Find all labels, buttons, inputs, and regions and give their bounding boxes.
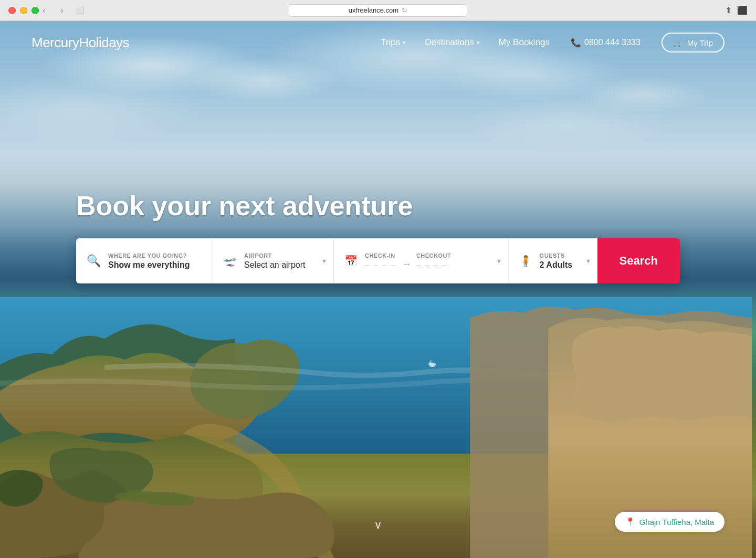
location-pin-icon: 📍	[625, 517, 635, 527]
destination-field[interactable]: 🔍 WHERE ARE YOU GOING? Show me everythin…	[76, 238, 213, 283]
hero-background	[0, 21, 756, 558]
trips-chevron: ▾	[403, 39, 406, 46]
search-button[interactable]: Search	[597, 238, 680, 283]
dates-field[interactable]: 📅 CHECK-IN – – – – → CHECKOUT – – – – ▾	[333, 238, 508, 283]
phone-icon: 📞	[571, 38, 581, 48]
close-button[interactable]	[8, 7, 16, 14]
checkout-label: CHECKOUT	[416, 252, 451, 259]
nav-bookings[interactable]: My Bookings	[499, 37, 550, 48]
my-trip-button[interactable]: 🛒 My Trip	[662, 33, 724, 52]
share-icon[interactable]: ⬆	[725, 5, 732, 15]
airport-field[interactable]: 🛫 AIRPORT Select an airport ▾	[213, 238, 333, 283]
destination-label: WHERE ARE YOU GOING?	[108, 252, 190, 259]
search-button-label: Search	[620, 254, 658, 267]
dates-chevron: ▾	[497, 257, 501, 265]
phone-number: 0800 444 3333	[584, 38, 640, 47]
nav-buttons: ‹ › ⬜	[37, 3, 87, 18]
forward-button[interactable]: ›	[55, 3, 69, 18]
nav-destinations[interactable]: Destinations ▾	[425, 37, 480, 48]
guests-value: 2 Adults	[540, 260, 573, 270]
hero-section: MercuryHolidays Trips ▾ Destinations ▾ M…	[0, 21, 756, 558]
navbar: MercuryHolidays Trips ▾ Destinations ▾ M…	[0, 21, 756, 64]
dates-arrow: →	[402, 259, 411, 270]
hero-content: Book your next adventure 🔍 WHERE ARE YOU…	[0, 190, 756, 283]
minimize-button[interactable]	[20, 7, 27, 14]
nav-trips[interactable]: Trips ▾	[381, 37, 406, 48]
logo[interactable]: MercuryHolidays	[32, 35, 129, 51]
checkin-value: – – – –	[365, 260, 396, 269]
calendar-icon: 📅	[344, 255, 358, 267]
nav-phone: 📞 0800 444 3333	[571, 38, 640, 48]
search-bar: 🔍 WHERE ARE YOU GOING? Show me everythin…	[76, 238, 680, 283]
cart-icon: 🛒	[673, 38, 683, 47]
os-chrome: ‹ › ⬜ uxfreelance.com ↻ ⬆ ⬛	[0, 0, 756, 21]
airport-chevron: ▾	[322, 257, 326, 265]
tab-button[interactable]: ⬜	[72, 3, 87, 18]
search-icon: 🔍	[87, 254, 101, 268]
hero-title: Book your next adventure	[76, 190, 680, 222]
nav-links: Trips ▾ Destinations ▾ My Bookings	[381, 37, 550, 48]
destination-value: Show me everything	[108, 260, 190, 270]
checkout-value: – – – –	[416, 260, 451, 269]
sidebar-icon[interactable]: ⬛	[737, 5, 748, 15]
url-bar[interactable]: uxfreelance.com ↻	[289, 4, 467, 17]
location-text: Ghajn Tuffieha, Malta	[639, 518, 714, 527]
scroll-indicator[interactable]: ∨	[374, 518, 382, 532]
my-trip-label: My Trip	[687, 38, 713, 47]
location-badge: 📍 Ghajn Tuffieha, Malta	[615, 512, 724, 532]
traffic-lights	[8, 7, 39, 14]
checkin-label: CHECK-IN	[365, 252, 396, 259]
airport-label: AIRPORT	[244, 252, 306, 259]
guests-chevron: ▾	[586, 257, 590, 265]
airport-placeholder: Select an airport	[244, 260, 306, 270]
back-button[interactable]: ‹	[37, 3, 51, 18]
url-text: uxfreelance.com	[349, 6, 398, 14]
guests-label: GUESTS	[540, 252, 573, 259]
guests-icon: 🧍	[519, 255, 532, 267]
guests-field[interactable]: 🧍 GUESTS 2 Adults ▾	[508, 238, 597, 283]
reload-icon[interactable]: ↻	[402, 6, 407, 14]
toolbar-right: ⬆ ⬛	[725, 5, 748, 15]
destinations-chevron: ▾	[477, 39, 480, 46]
airport-icon: 🛫	[224, 255, 237, 267]
